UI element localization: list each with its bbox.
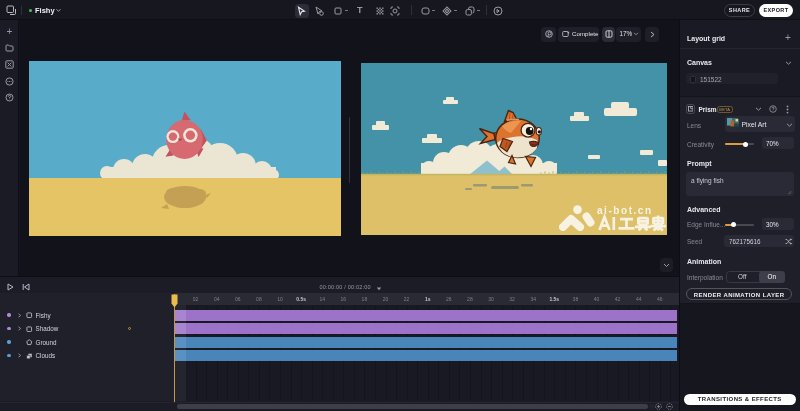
svg-text:ai-bot.cn: ai-bot.cn — [597, 205, 653, 216]
